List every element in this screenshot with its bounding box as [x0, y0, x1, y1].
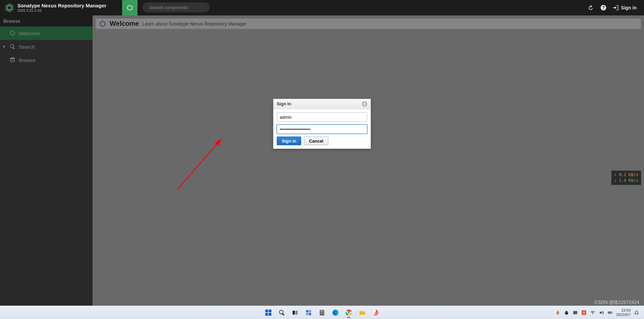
svg-point-18 — [321, 312, 321, 313]
svg-marker-1 — [7, 5, 11, 10]
svg-rect-7 — [269, 309, 271, 312]
svg-marker-2 — [10, 31, 14, 36]
sidebar-heading: Browse — [0, 15, 93, 26]
taskbar-clock[interactable]: 23:59 2022/6/7 — [616, 308, 631, 316]
svg-rect-15 — [309, 313, 311, 315]
svg-rect-17 — [320, 310, 324, 311]
dialog-title: Sign In — [277, 101, 291, 106]
svg-point-31 — [565, 311, 568, 315]
svg-rect-34 — [573, 311, 577, 314]
spiral-icon — [372, 309, 379, 316]
widgets-icon — [305, 309, 312, 316]
refresh-icon[interactable] — [587, 4, 594, 11]
start-button[interactable] — [263, 307, 274, 318]
content-area: Welcome Learn about Sonatype Nexus Repos… — [93, 15, 644, 319]
windows-logo-icon — [265, 309, 272, 316]
content-panel: Welcome Learn about Sonatype Nexus Repos… — [95, 18, 641, 315]
net-upload: ↑ 0.1 KB/s — [614, 172, 638, 178]
cancel-button[interactable]: Cancel — [304, 137, 328, 145]
svg-point-33 — [567, 312, 568, 313]
net-download: ↓ 1.4 KB/s — [614, 178, 638, 183]
username-field[interactable] — [277, 112, 367, 122]
taskbar-center — [263, 307, 381, 318]
sidebar-item-search[interactable]: Search — [0, 40, 93, 53]
clock-time: 23:59 — [616, 308, 631, 312]
network-speed-overlay: ↑ 0.1 KB/s ↓ 1.4 KB/s — [611, 170, 641, 185]
app-version: OSS 3.31.1-01 — [17, 8, 106, 12]
page-title: Welcome — [110, 20, 139, 28]
calculator-app[interactable] — [316, 307, 328, 318]
edge-app[interactable] — [330, 307, 341, 318]
app-header: Sonatype Nexus Repository Manager OSS 3.… — [0, 0, 644, 15]
file-explorer-app[interactable] — [357, 307, 368, 318]
svg-point-3 — [10, 58, 14, 59]
tray-app-icon[interactable] — [555, 310, 560, 315]
svg-rect-39 — [612, 312, 612, 313]
chrome-app[interactable] — [343, 307, 355, 318]
tray-qq-icon[interactable] — [564, 310, 569, 315]
svg-rect-9 — [269, 313, 271, 315]
hexagon-outline-icon — [9, 30, 15, 36]
page-subtitle: Learn about Sonatype Nexus Repository Ma… — [142, 21, 247, 26]
task-view-icon — [292, 309, 299, 316]
hexagon-outline-icon — [99, 20, 106, 28]
svg-marker-0 — [6, 4, 13, 11]
svg-rect-13 — [309, 310, 311, 312]
browse-mode-button[interactable] — [122, 0, 138, 15]
close-icon — [363, 103, 366, 105]
svg-rect-29 — [360, 312, 365, 315]
sidebar-item-browse[interactable]: Browse — [0, 53, 93, 67]
dialog-buttons: Sign in Cancel — [277, 137, 367, 145]
tray-app2-icon[interactable] — [573, 310, 578, 315]
wifi-icon[interactable] — [590, 310, 595, 315]
signin-icon — [613, 5, 619, 11]
taskbar-search[interactable] — [276, 307, 287, 318]
battery-icon[interactable] — [607, 310, 613, 315]
signin-dialog: Sign In Sign in Cancel — [273, 99, 371, 149]
sidebar-item-welcome[interactable]: Welcome — [0, 26, 93, 40]
svg-marker-4 — [100, 21, 105, 26]
database-icon — [9, 57, 15, 63]
sidebar-item-label: Welcome — [19, 31, 40, 36]
sidebar-item-label: Search — [19, 44, 35, 50]
header-search[interactable] — [143, 2, 210, 12]
svg-point-32 — [566, 312, 566, 313]
dialog-body: Sign in Cancel — [273, 109, 371, 149]
search-input[interactable] — [149, 5, 206, 10]
svg-point-20 — [323, 312, 323, 313]
dialog-header[interactable]: Sign In — [273, 99, 371, 109]
svg-rect-6 — [265, 309, 268, 312]
volume-icon[interactable] — [599, 310, 604, 315]
svg-point-21 — [321, 313, 321, 314]
todesk-app[interactable] — [370, 307, 381, 318]
svg-rect-12 — [306, 310, 309, 312]
sidebar-item-label: Browse — [19, 57, 36, 63]
signin-button[interactable]: Sign in — [277, 137, 301, 145]
header-actions: Sign in — [587, 4, 644, 11]
cube-icon — [126, 4, 133, 11]
dialog-close-button[interactable] — [362, 101, 367, 107]
header-signin-label: Sign in — [621, 5, 637, 10]
notifications-icon[interactable] — [634, 310, 639, 315]
svg-text:S: S — [583, 311, 585, 314]
edge-icon — [332, 309, 339, 316]
windows-taskbar: S 23:59 2022/6/7 — [0, 306, 644, 319]
chrome-icon — [345, 309, 353, 316]
password-field[interactable] — [277, 124, 367, 134]
system-tray: S 23:59 2022/6/7 — [555, 308, 644, 316]
svg-point-37 — [592, 314, 593, 314]
tray-sogou-icon[interactable]: S — [581, 310, 587, 315]
svg-rect-11 — [296, 311, 298, 315]
help-icon[interactable] — [600, 4, 607, 11]
svg-rect-14 — [306, 313, 309, 315]
header-signin-link[interactable]: Sign in — [613, 5, 637, 11]
search-icon — [278, 309, 285, 316]
app-title: Sonatype Nexus Repository Manager — [17, 3, 106, 9]
svg-point-19 — [322, 312, 322, 313]
widgets-button[interactable] — [303, 307, 314, 318]
clock-date: 2022/6/7 — [616, 313, 631, 317]
svg-rect-8 — [265, 313, 268, 315]
sidebar: Browse Welcome Search Browse — [0, 15, 93, 319]
task-view-button[interactable] — [289, 307, 301, 318]
svg-point-22 — [322, 313, 322, 314]
